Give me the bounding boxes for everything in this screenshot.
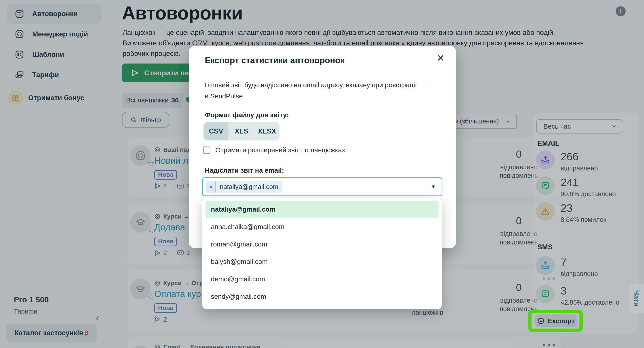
format-option-xls[interactable]: XLS (229, 122, 254, 140)
send-report-email-label: Надіслати звіт на email: (205, 166, 284, 174)
dropdown-option[interactable]: sendy@gmail.com (202, 288, 442, 305)
dropdown-option[interactable]: balysh@gmail.com (202, 253, 442, 270)
dropdown-option[interactable]: roman@gmail.com (202, 236, 442, 253)
dropdown-option[interactable]: demo@gmail.com (202, 270, 442, 288)
selected-email-value: nataliya@gmail.com (216, 181, 282, 192)
format-segmented-control: CSV XLS XLSX (204, 122, 280, 140)
dropdown-option[interactable]: anna.chaika@gmail.com (202, 218, 442, 236)
email-multiselect[interactable]: × nataliya@gmail.com ▼ (202, 177, 442, 196)
remove-chip-icon[interactable]: × (206, 181, 216, 192)
format-label: Формат файлу для звіту: (205, 111, 289, 119)
select-caret-icon[interactable]: ▼ (431, 184, 436, 190)
checkbox[interactable] (203, 146, 210, 154)
format-option-xlsx[interactable]: XLSX (254, 122, 280, 140)
autofunnels-page: Автоворонки Менеджер подій Шаблони Тариф… (0, 0, 644, 348)
export-highlight-annotation (528, 310, 583, 332)
checkbox-label: Отримати розширений звіт по ланцюжках (215, 146, 345, 154)
modal-body-text: Готовий звіт буде надіслано на email адр… (205, 80, 417, 102)
extended-report-checkbox-row[interactable]: Отримати розширений звіт по ланцюжках (203, 146, 345, 154)
selected-email-chip: × nataliya@gmail.com (206, 181, 282, 192)
email-dropdown: nataliya@gmail.com anna.chaika@gmail.com… (202, 198, 442, 309)
close-icon[interactable]: ✕ (437, 54, 444, 63)
modal-title: Експорт статистики автоворонок (205, 56, 344, 65)
dropdown-option[interactable]: nataliya@gmail.com (206, 200, 438, 218)
format-option-csv[interactable]: CSV (204, 122, 228, 140)
